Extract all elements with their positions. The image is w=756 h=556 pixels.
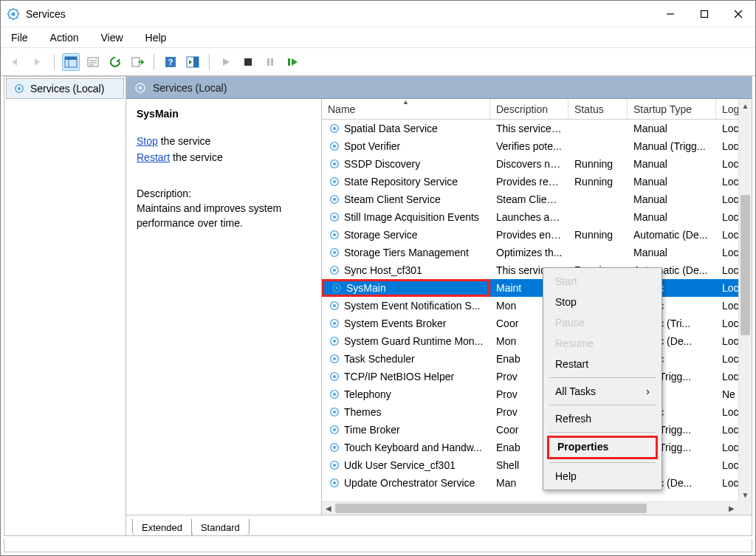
svg-rect-15	[65, 57, 77, 60]
menu-action[interactable]: Action	[46, 30, 83, 45]
back-button[interactable]	[7, 53, 24, 71]
svg-point-49	[333, 251, 336, 254]
pause-service-button[interactable]	[261, 53, 279, 71]
cell-name: Task Scheduler	[322, 352, 490, 365]
svg-point-57	[333, 322, 336, 325]
text: the service	[170, 151, 223, 163]
services-list: Name▲ Description Status Startup Type Lo…	[322, 99, 752, 515]
minimize-button[interactable]	[653, 1, 687, 27]
menu-help[interactable]: Help	[141, 30, 171, 45]
cell-description: Optimizes th...	[490, 247, 568, 258]
app-icon	[7, 7, 20, 21]
cell-name: TCP/IP NetBIOS Helper	[322, 370, 490, 383]
ctx-stop[interactable]: Stop	[545, 292, 660, 312]
restart-service-button[interactable]	[284, 53, 301, 71]
ctx-all-tasks[interactable]: All Tasks›	[545, 381, 660, 402]
selected-service-name: SysMain	[137, 108, 311, 120]
service-row[interactable]: System Event Notification S...MonomaticL…	[322, 297, 752, 315]
tree-node-services-local[interactable]: Services (Local)	[6, 78, 124, 99]
ctx-properties[interactable]: Properties	[547, 436, 658, 459]
service-row[interactable]: Steam Client ServiceSteam Client...Manua…	[322, 191, 752, 208]
vertical-scrollbar[interactable]: ▲ ▼	[738, 99, 752, 501]
cell-startup-type: Manual	[628, 123, 716, 134]
service-row[interactable]: System Guard Runtime Mon...Monomatic (De…	[322, 332, 752, 350]
cell-name: Steam Client Service	[322, 193, 490, 206]
properties-button[interactable]	[84, 53, 102, 71]
horizontal-scrollbar[interactable]: ◀ ▶	[322, 501, 738, 515]
svg-point-51	[333, 269, 336, 272]
help-button[interactable]: ?	[162, 53, 179, 71]
cell-name: Touch Keyboard and Handw...	[322, 441, 490, 454]
gear-icon	[328, 228, 341, 241]
tab-standard[interactable]: Standard	[191, 519, 250, 536]
ctx-help[interactable]: Help	[545, 466, 660, 487]
svg-point-71	[333, 446, 336, 449]
svg-rect-25	[193, 57, 199, 67]
pane-header: Services (Local)	[126, 77, 752, 99]
svg-point-31	[18, 87, 21, 90]
cell-name: State Repository Service	[322, 175, 490, 188]
refresh-button[interactable]	[106, 53, 124, 71]
svg-point-47	[333, 233, 336, 236]
cell-description: Provides req...	[490, 176, 568, 188]
export-list-button[interactable]	[128, 53, 146, 71]
service-row[interactable]: ThemesProvomaticLoc	[322, 403, 752, 421]
cell-name: Sync Host_cf301	[322, 264, 490, 277]
tab-extended[interactable]: Extended	[132, 519, 192, 536]
stop-service-link[interactable]: Stop	[137, 135, 158, 147]
description-text: Maintains and improves system performanc…	[137, 201, 311, 230]
svg-point-45	[333, 216, 336, 219]
gear-icon	[328, 193, 341, 206]
service-row[interactable]: Touch Keyboard and Handw...Enabnual (Tri…	[322, 439, 752, 456]
stop-service-button[interactable]	[239, 53, 257, 71]
gear-icon	[328, 140, 341, 153]
service-row[interactable]: SSDP DiscoveryDiscovers ne...RunningManu…	[322, 155, 752, 173]
service-row[interactable]: TelephonyProvnualNe	[322, 385, 752, 403]
restart-service-link[interactable]: Restart	[137, 151, 170, 163]
column-name[interactable]: Name▲	[322, 99, 490, 119]
column-status[interactable]: Status	[568, 99, 628, 119]
service-row[interactable]: Spatial Data ServiceThis service i...Man…	[322, 120, 752, 137]
start-service-button[interactable]	[217, 53, 235, 71]
service-row[interactable]: Update Orchestrator ServiceManomatic (De…	[322, 474, 752, 492]
column-startup-type[interactable]: Startup Type	[628, 99, 716, 119]
scroll-thumb[interactable]	[335, 504, 647, 513]
menu-file[interactable]: File	[7, 30, 32, 45]
cell-description: Steam Client...	[490, 193, 568, 205]
maximize-button[interactable]	[687, 1, 721, 27]
service-row[interactable]: Time BrokerCoornual (Trigg...Loc	[322, 421, 752, 439]
ctx-restart[interactable]: Restart	[545, 354, 660, 374]
service-detail-pane: SysMain Stop the service Restart the ser…	[126, 99, 322, 515]
gear-icon	[330, 281, 343, 295]
service-row[interactable]: Spot VerifierVerifies pote...Manual (Tri…	[322, 137, 752, 155]
service-row[interactable]: TCP/IP NetBIOS HelperProvnual (Trigg...L…	[322, 368, 752, 385]
cell-name: Update Orchestrator Service	[322, 476, 490, 490]
service-row[interactable]: Still Image Acquisition EventsLaunches a…	[322, 208, 752, 226]
svg-point-1	[11, 12, 15, 16]
scroll-left-icon[interactable]: ◀	[322, 502, 335, 515]
ctx-refresh[interactable]: Refresh	[545, 408, 660, 429]
service-row[interactable]: State Repository ServiceProvides req...R…	[322, 173, 752, 191]
show-hide-action-pane-button[interactable]	[184, 53, 202, 71]
forward-button[interactable]	[29, 53, 47, 71]
service-row[interactable]: Sync Host_cf301This service ...RunningAu…	[322, 261, 752, 279]
scroll-thumb[interactable]	[740, 195, 750, 335]
scroll-right-icon[interactable]: ▶	[725, 502, 738, 515]
service-row[interactable]: Storage ServiceProvides ena...RunningAut…	[322, 226, 752, 244]
cell-startup-type: Manual	[628, 176, 716, 188]
service-row[interactable]: SysMainMaintomaticLoc	[322, 279, 752, 297]
show-hide-tree-button[interactable]	[62, 53, 80, 71]
scroll-up-icon[interactable]: ▲	[739, 99, 752, 112]
service-row[interactable]: Task SchedulerEnabomaticLoc	[322, 350, 752, 368]
gear-icon	[328, 370, 341, 383]
scroll-down-icon[interactable]: ▼	[739, 488, 752, 501]
menu-view[interactable]: View	[96, 30, 127, 45]
gear-icon	[328, 157, 341, 171]
service-row[interactable]: System Events BrokerCooromatic (Tri...Lo…	[322, 315, 752, 332]
svg-point-55	[333, 304, 336, 307]
column-description[interactable]: Description	[490, 99, 568, 119]
close-button[interactable]	[721, 1, 755, 27]
service-row[interactable]: Storage Tiers ManagementOptimizes th...M…	[322, 244, 752, 261]
svg-text:?: ?	[168, 58, 173, 66]
service-row[interactable]: Udk User Service_cf301ShellnualLoc	[322, 456, 752, 474]
